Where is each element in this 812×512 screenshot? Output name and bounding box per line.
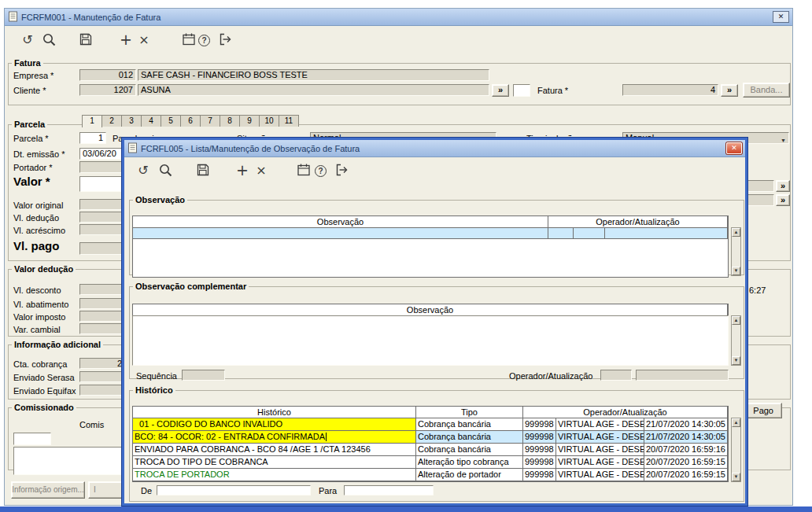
search-icon[interactable] <box>41 32 57 48</box>
window-title: FCRFM001 - Manutenção de Fatura <box>21 13 770 22</box>
right-lookup-button-1[interactable]: » <box>776 180 790 192</box>
cliente-extra-field <box>513 84 530 97</box>
right-lookup-button-2[interactable]: » <box>776 194 790 206</box>
tab-8[interactable]: 8 <box>220 115 240 127</box>
historico-row[interactable]: 01 - CODIGO DO BANCO INVALIDO Cobrança b… <box>133 418 728 431</box>
para-field[interactable] <box>344 485 434 495</box>
operador-name-cell <box>574 228 605 239</box>
empresa-name-field: SAFE CASH - FINANCEIRO BOSS TESTE <box>138 69 489 81</box>
tab-6[interactable]: 6 <box>180 115 201 127</box>
operator-code-cell: 999998 <box>523 456 556 469</box>
cta-cobranca-label: Cta. cobrança <box>13 359 67 370</box>
window-icon <box>127 142 138 155</box>
comis-label: Comis <box>79 420 104 430</box>
vl-abatimento-label: Vl. abatimento <box>13 300 68 310</box>
informacao-origem-button[interactable]: Informação origem... <box>11 481 85 499</box>
vl-desconto-label: Vl. desconto <box>13 285 61 296</box>
historico-row[interactable]: ENVIADO PARA COBRANCA - BCO 84 /AGE 1 /C… <box>133 444 728 456</box>
scroll-up-icon[interactable]: ▲ <box>732 228 740 237</box>
tab-10[interactable]: 10 <box>259 115 279 127</box>
tab-9[interactable]: 9 <box>239 115 260 127</box>
observacao-complementar-scrollbar[interactable]: ▲ ▼ <box>731 315 741 366</box>
scroll-down-icon[interactable]: ▼ <box>732 473 740 481</box>
observacao-cell[interactable] <box>133 228 548 239</box>
historico-text-cell[interactable]: ENVIADO PARA COBRANCA - BCO 84 /AGE 1 /C… <box>133 444 416 456</box>
calendar-icon[interactable] <box>181 32 197 48</box>
help-icon[interactable]: ? <box>315 165 327 177</box>
parcela-field[interactable]: 1 <box>79 132 106 144</box>
observacao-scrollbar[interactable]: ▲ ▼ <box>731 227 741 276</box>
close-icon[interactable]: ✕ <box>773 11 789 23</box>
sequencia-label: Sequência <box>136 371 177 381</box>
operator-name-cell: VIRTUAL AGE - DESE <box>556 469 644 481</box>
operator-code-cell: 999998 <box>523 418 556 431</box>
tipo-cell: Cobrança bancária <box>416 431 523 444</box>
historico-text-cell[interactable]: 01 - CODIGO DO BANCO INVALIDO <box>133 418 416 431</box>
cliente-name-field: ASUNA <box>138 84 489 96</box>
observacao-complementar-textarea[interactable] <box>132 315 729 366</box>
modal-close-icon[interactable]: ✕ <box>726 142 742 154</box>
tab-7[interactable]: 7 <box>200 115 220 127</box>
de-label: De <box>141 486 152 496</box>
scroll-up-icon[interactable]: ▲ <box>732 316 740 325</box>
undo-icon[interactable]: ↺ <box>20 32 35 48</box>
main-titlebar[interactable]: FCRFM001 - Manutenção de Fatura ✕ <box>5 9 792 26</box>
cliente-lookup-button[interactable]: » <box>492 84 509 97</box>
vl-deducao-label: Vl. dedução <box>13 213 59 223</box>
banda-button[interactable]: Banda... <box>743 83 790 98</box>
tipo-cell: Alteração tipo cobrança <box>416 456 523 469</box>
save-icon[interactable] <box>78 32 94 48</box>
tab-1[interactable]: 1 <box>82 115 102 127</box>
undo-icon[interactable]: ↺ <box>135 163 151 179</box>
observacao-selected-row[interactable] <box>133 228 728 239</box>
comissionado-field[interactable] <box>13 433 51 445</box>
tab-4[interactable]: 4 <box>141 115 161 127</box>
tab-5[interactable]: 5 <box>161 115 181 127</box>
help-icon[interactable]: ? <box>198 35 210 46</box>
observacao-header-row: Observação Operador/Atualização <box>133 216 728 228</box>
portador-label: Portador * <box>13 163 53 173</box>
fatura-group: Fatura Empresa * 012 SAFE CASH - FINANCE… <box>8 58 791 105</box>
tab-3[interactable]: 3 <box>121 115 142 127</box>
historico-row[interactable]: TROCA DO TIPO DE COBRANCA Alteração tipo… <box>133 456 728 469</box>
calendar-icon[interactable] <box>296 163 312 179</box>
vl-acrescimo-label: Vl. acréscimo <box>13 226 65 236</box>
scroll-down-icon[interactable]: ▼ <box>732 356 740 365</box>
observacao-complementar-header: Observação <box>132 304 729 315</box>
scroll-down-icon[interactable]: ▼ <box>732 267 740 275</box>
fatura-lookup-button[interactable]: » <box>721 84 738 97</box>
delete-icon[interactable]: × <box>253 163 269 179</box>
historico-row[interactable]: BCO: 84 - OCOR: 02 - ENTRADA CONFIRMADA … <box>133 431 728 444</box>
partial-bottom-label: I <box>94 485 96 494</box>
search-icon[interactable] <box>157 163 173 179</box>
add-icon[interactable]: + <box>118 32 134 48</box>
add-icon[interactable]: + <box>234 163 250 179</box>
window-icon <box>8 11 18 24</box>
cliente-label: Cliente * <box>13 86 46 96</box>
exit-icon[interactable] <box>217 32 233 48</box>
historico-row[interactable]: TROCA DE PORTADOR Alteração de portador … <box>133 469 728 481</box>
historico-text-cell[interactable]: BCO: 84 - OCOR: 02 - ENTRADA CONFIRMADA <box>133 431 416 444</box>
operator-name-cell: VIRTUAL AGE - DESE <box>556 418 644 431</box>
exit-icon[interactable] <box>334 163 349 179</box>
fatura-legend: Fatura <box>12 58 43 68</box>
operador-code-cell <box>548 228 574 239</box>
operator-name-cell: VIRTUAL AGE - DESE <box>556 431 644 444</box>
de-field[interactable] <box>157 485 311 495</box>
modal-titlebar[interactable]: FCRFL005 - Lista/Manutenção de Observaçã… <box>124 140 745 157</box>
comissionado-legend: Comissionado <box>12 403 76 412</box>
save-icon[interactable] <box>195 163 211 179</box>
var-cambial-field <box>79 323 127 334</box>
delete-icon[interactable]: × <box>136 32 152 48</box>
tab-11[interactable]: 11 <box>279 115 299 127</box>
historico-table: Histórico Tipo Operador/Atualização 01 -… <box>132 406 729 482</box>
historico-text-cell[interactable]: TROCA DO TIPO DE COBRANCA <box>133 456 416 469</box>
valor-imposto-field <box>79 311 127 322</box>
historico-scrollbar[interactable]: ▲ ▼ <box>731 418 741 482</box>
historico-text-cell[interactable]: TROCA DE PORTADOR <box>133 469 416 481</box>
observacao-col-header: Observação <box>133 304 728 316</box>
comissionado-list[interactable] <box>13 447 125 475</box>
enviado-equifax-field <box>79 385 125 396</box>
scroll-up-icon[interactable]: ▲ <box>732 418 740 427</box>
tab-2[interactable]: 2 <box>102 115 122 127</box>
